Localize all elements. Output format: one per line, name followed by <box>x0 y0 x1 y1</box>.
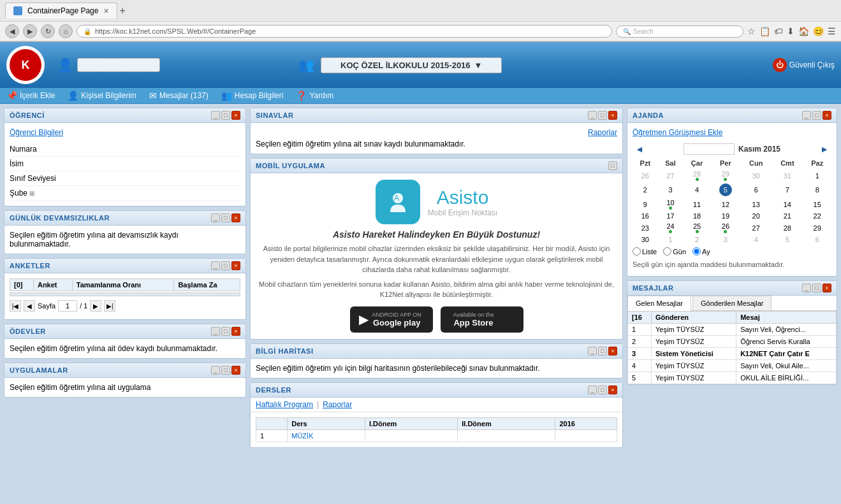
cal-day-cell[interactable]: 7 <box>772 182 803 198</box>
sinavlar-raporlar-link[interactable]: Raporlar <box>588 128 617 137</box>
address-bar[interactable]: 🔒 https://koc.k12net.com/SPSL.Web/#/Cont… <box>77 25 612 38</box>
mesajlar-restore-btn[interactable]: □ <box>812 284 821 292</box>
message-row[interactable]: 2Yeşim TÜYSÜZÖğrenci Servis Kuralla <box>628 336 837 348</box>
message-row[interactable]: 3Sistem YöneticisiK12NET Çatır Çatır E <box>628 348 837 360</box>
toolbar-icerik-ekle[interactable]: 📌 İçerik Ekle <box>6 90 55 101</box>
pocket-icon[interactable]: 🏷 <box>774 26 783 36</box>
search-bar[interactable]: 🔍 Search <box>616 25 743 38</box>
ogrenci-close-btn[interactable]: × <box>231 111 240 120</box>
app-store-btn[interactable]: Available on the App Store <box>441 306 523 333</box>
cal-day-cell[interactable]: 30 <box>633 234 658 245</box>
cal-day-cell[interactable]: 28 <box>772 221 803 234</box>
cal-day-cell[interactable]: 15 <box>803 198 831 211</box>
cal-day-cell[interactable]: 18 <box>683 211 710 221</box>
gonderilen-mesajlar-tab[interactable]: Gönderilen Mesajlar <box>692 296 772 310</box>
bilgi-minimize-btn[interactable]: _ <box>588 347 597 356</box>
devamsizlik-restore-btn[interactable]: □ <box>221 213 230 222</box>
ogrenci-bilgileri-link[interactable]: Öğrenci Bilgileri <box>10 128 240 137</box>
bilgi-restore-btn[interactable]: □ <box>598 347 607 356</box>
odevler-close-btn[interactable]: × <box>231 327 240 336</box>
toolbar-kisisel-bilgiler[interactable]: 👤 Kişisel Bilgilerim <box>68 90 136 101</box>
cal-day-cell[interactable]: 1 <box>658 234 684 245</box>
cal-day-cell[interactable]: 25 <box>683 221 710 234</box>
toolbar-hesap-bilgileri[interactable]: 👥 Hesap Bilgileri <box>221 90 284 101</box>
school-dropdown-icon[interactable]: ▼ <box>474 61 483 70</box>
sinavlar-close-btn[interactable]: × <box>608 111 617 120</box>
raporlar-tab[interactable]: Raporlar <box>323 400 352 409</box>
cal-prev-btn[interactable]: ◄ <box>635 144 644 154</box>
cal-day-cell[interactable]: 29 <box>803 221 831 234</box>
mesajlar-minimize-btn[interactable]: _ <box>802 284 811 292</box>
cal-view-liste[interactable]: Liste <box>633 247 657 256</box>
nav-refresh-btn[interactable]: ↻ <box>41 24 55 38</box>
anket-next-btn[interactable]: ▶ <box>90 300 101 312</box>
cal-day-cell[interactable]: 27 <box>658 169 684 182</box>
cal-day-cell[interactable]: 31 <box>772 169 803 182</box>
nav-home-btn[interactable]: ⌂ <box>59 24 73 38</box>
odevler-restore-btn[interactable]: □ <box>221 327 230 336</box>
cal-day-cell[interactable]: 4 <box>683 182 710 198</box>
cal-view-gun[interactable]: Gün <box>663 247 686 256</box>
tab-close-btn[interactable]: × <box>103 6 108 16</box>
logout-btn[interactable]: ⏻ Güvenli Çıkış <box>773 58 835 72</box>
anketler-close-btn[interactable]: × <box>231 261 240 270</box>
message-row[interactable]: 5Yeşim TÜYSÜZOKUL AİLE BİRLİĞİ... <box>628 372 837 384</box>
nav-back-btn[interactable]: ◀ <box>5 24 19 38</box>
new-tab-btn[interactable]: + <box>120 5 126 17</box>
ogrenci-minimize-btn[interactable]: _ <box>211 111 220 120</box>
devamsizlik-close-btn[interactable]: × <box>231 213 240 222</box>
haftalik-program-tab[interactable]: Haftalık Program <box>256 400 313 409</box>
cal-day-cell[interactable]: 2 <box>633 182 658 198</box>
cal-day-cell[interactable]: 19 <box>711 211 740 221</box>
home-icon[interactable]: 🏠 <box>798 26 809 36</box>
mesajlar-close-btn[interactable]: × <box>823 284 831 292</box>
dersler-close-btn[interactable]: × <box>608 385 617 394</box>
cal-day-cell[interactable]: 26 <box>711 221 740 234</box>
cal-day-cell[interactable]: 3 <box>658 182 684 198</box>
sinavlar-minimize-btn[interactable]: _ <box>588 111 597 120</box>
nav-forward-btn[interactable]: ▶ <box>23 24 37 38</box>
dersler-restore-btn[interactable]: □ <box>598 385 607 394</box>
cal-view-ay[interactable]: Ay <box>692 247 710 256</box>
google-play-btn[interactable]: ▶ ANDROID APP ON Google play <box>350 306 433 333</box>
cal-day-cell[interactable]: 17 <box>658 211 684 221</box>
cal-next-btn[interactable]: ► <box>820 144 829 154</box>
cal-day-cell[interactable]: 21 <box>772 211 803 221</box>
ajanda-close-btn[interactable]: × <box>823 111 831 120</box>
cal-day-cell[interactable]: 26 <box>633 169 658 182</box>
cal-day-cell[interactable]: 5 <box>711 182 740 198</box>
profile-icon[interactable]: 😊 <box>813 26 824 36</box>
anket-prev-btn[interactable]: ◀ <box>24 300 35 312</box>
anket-scrollbar[interactable] <box>10 292 240 296</box>
message-row[interactable]: 1Yeşim TÜYSÜZSayın Veli, Öğrenci... <box>628 324 837 336</box>
toolbar-mesajlar[interactable]: ✉ Mesajlar (137) <box>149 90 208 101</box>
bilgi-close-btn[interactable]: × <box>608 347 617 356</box>
user-name-input[interactable] <box>77 58 160 72</box>
sinavlar-restore-btn[interactable]: □ <box>598 111 607 120</box>
teacher-meeting-link[interactable]: Öğretmen Görüşmesi Ekle <box>633 128 831 137</box>
cal-day-cell[interactable]: 2 <box>683 234 710 245</box>
cal-day-cell[interactable]: 24 <box>658 221 684 234</box>
cal-day-cell[interactable]: 20 <box>740 211 772 221</box>
cal-day-cell[interactable]: 10 <box>658 198 684 211</box>
cal-day-cell[interactable]: 16 <box>633 211 658 221</box>
cal-day-cell[interactable]: 8 <box>803 182 831 198</box>
cal-day-cell[interactable]: 13 <box>740 198 772 211</box>
odevler-minimize-btn[interactable]: _ <box>211 327 220 336</box>
cal-day-cell[interactable]: 12 <box>711 198 740 211</box>
cal-day-cell[interactable]: 22 <box>803 211 831 221</box>
uygulamalar-restore-btn[interactable]: □ <box>221 366 230 375</box>
cal-day-cell[interactable]: 30 <box>740 169 772 182</box>
anketler-minimize-btn[interactable]: _ <box>211 261 220 270</box>
menu-icon[interactable]: ☰ <box>828 26 836 36</box>
cal-day-cell[interactable]: 11 <box>683 198 710 211</box>
anketler-restore-btn[interactable]: □ <box>221 261 230 270</box>
cal-day-cell[interactable]: 1 <box>803 169 831 182</box>
cal-month-input[interactable] <box>684 143 735 155</box>
bookmark-star-icon[interactable]: ☆ <box>747 26 756 36</box>
cal-day-cell[interactable]: 6 <box>740 182 772 198</box>
anket-first-btn[interactable]: |◀ <box>10 300 21 312</box>
cal-day-cell[interactable]: 9 <box>633 198 658 211</box>
cal-day-cell[interactable]: 6 <box>803 234 831 245</box>
uygulamalar-minimize-btn[interactable]: _ <box>211 366 220 375</box>
